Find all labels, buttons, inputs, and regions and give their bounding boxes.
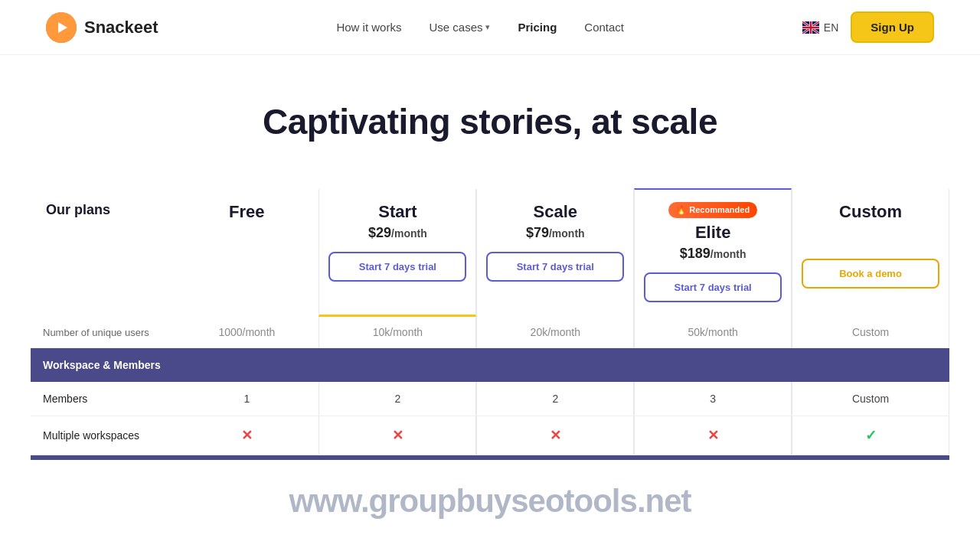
plan-start-name: Start	[328, 202, 466, 222]
plan-header-row: Our plans Free Start $29/month Start 7 d…	[31, 188, 949, 315]
unique-users-free: 1000/month	[175, 317, 318, 348]
nav-links: How it works Use cases ▾ Pricing Contact	[336, 21, 624, 34]
members-custom: Custom	[792, 382, 949, 416]
lang-label: EN	[824, 21, 838, 34]
multiple-workspaces-custom: ✓	[792, 416, 949, 455]
unique-users-label: Number of unique users	[31, 317, 175, 348]
language-selector[interactable]: EN	[802, 21, 838, 34]
plan-scale-header: Scale $79/month Start 7 days trial	[476, 188, 634, 315]
plan-scale-price: $79/month	[486, 225, 624, 241]
flag-uk-icon	[802, 21, 819, 34]
members-row: Members 1 2 2 3 Custom	[31, 382, 949, 416]
plan-elite-header: 🔥 Recommanded Elite $189/month Start 7 d…	[634, 188, 792, 315]
multiple-workspaces-label: Multiple workspaces	[31, 416, 175, 455]
multiple-workspaces-free: ✕	[175, 416, 318, 455]
multiple-workspaces-scale: ✕	[476, 416, 634, 455]
workspace-members-section: Workspace & Members	[31, 348, 949, 382]
plan-elite-name: Elite	[644, 223, 782, 243]
nav-right: EN Sign Up	[802, 11, 934, 43]
plan-custom-name: Custom	[802, 202, 939, 222]
signup-button[interactable]: Sign Up	[851, 11, 934, 43]
members-start: 2	[318, 382, 476, 416]
plan-custom-header: Custom Book a demo	[792, 188, 949, 315]
nav-contact[interactable]: Contact	[584, 21, 624, 34]
navbar: Snackeet How it works Use cases ▾ Pricin…	[0, 0, 980, 55]
nav-pricing[interactable]: Pricing	[518, 21, 557, 34]
workspace-section-label: Workspace & Members	[31, 348, 949, 382]
plan-start-trial-button[interactable]: Start 7 days trial	[328, 252, 466, 282]
plan-scale-name: Scale	[486, 202, 624, 222]
recommended-badge: 🔥 Recommanded	[668, 202, 757, 218]
plan-start-header: Start $29/month Start 7 days trial	[318, 188, 476, 315]
plan-free-header: Free	[175, 188, 318, 315]
members-free: 1	[175, 382, 318, 416]
watermark: www.groupbuyseotools.net	[0, 460, 980, 543]
plan-custom-demo-button[interactable]: Book a demo	[802, 259, 939, 289]
hero-section: Captivating stories, at scale	[0, 55, 980, 173]
hero-title: Captivating stories, at scale	[0, 101, 980, 142]
plan-elite-trial-button[interactable]: Start 7 days trial	[644, 272, 782, 302]
our-plans-header: Our plans	[31, 188, 175, 315]
logo-icon	[46, 12, 77, 43]
multiple-workspaces-start: ✕	[318, 416, 476, 455]
members-elite: 3	[634, 382, 792, 416]
nav-how-it-works[interactable]: How it works	[336, 21, 401, 34]
members-scale: 2	[476, 382, 634, 416]
plan-scale-trial-button[interactable]: Start 7 days trial	[486, 252, 624, 282]
pricing-section: Our plans Free Start $29/month Start 7 d…	[0, 173, 980, 460]
unique-users-start: 10k/month	[318, 317, 476, 348]
multiple-workspaces-elite: ✕	[634, 416, 792, 455]
nav-use-cases[interactable]: Use cases ▾	[429, 21, 490, 34]
unique-users-row: Number of unique users 1000/month 10k/mo…	[31, 317, 949, 348]
chevron-down-icon: ▾	[485, 22, 490, 32]
pricing-table: Our plans Free Start $29/month Start 7 d…	[31, 188, 949, 460]
logo-text: Snackeet	[84, 18, 158, 37]
multiple-workspaces-row: Multiple workspaces ✕ ✕ ✕ ✕ ✓	[31, 416, 949, 455]
members-label: Members	[31, 382, 175, 416]
unique-users-custom: Custom	[792, 317, 949, 348]
logo[interactable]: Snackeet	[46, 12, 158, 43]
plan-free-name: Free	[184, 202, 309, 222]
unique-users-elite: 50k/month	[634, 317, 792, 348]
plan-start-price: $29/month	[328, 225, 466, 241]
plan-elite-price: $189/month	[644, 246, 782, 262]
unique-users-scale: 20k/month	[476, 317, 634, 348]
